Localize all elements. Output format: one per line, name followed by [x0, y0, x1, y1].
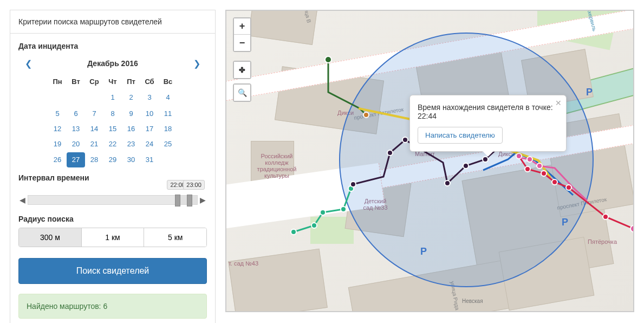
- calendar-day[interactable]: 15: [103, 121, 122, 136]
- calendar-day[interactable]: 20: [67, 136, 85, 151]
- slider-track[interactable]: 22:00 23:00: [28, 195, 198, 205]
- calendar-day[interactable]: 8: [103, 106, 122, 121]
- calendar-day[interactable]: 23: [122, 136, 140, 151]
- calendar-dow: Вс: [159, 74, 177, 89]
- calendar-day[interactable]: 6: [67, 106, 85, 121]
- slider-handle-from[interactable]: 22:00: [175, 195, 180, 206]
- zoom-control: + −: [233, 17, 251, 52]
- calendar-day[interactable]: 4: [159, 90, 177, 105]
- zoom-in-button[interactable]: +: [234, 18, 250, 35]
- witness-popup: ✕ Время нахождения свидетеля в точке: 22…: [409, 95, 567, 152]
- calendar-day[interactable]: 11: [159, 106, 177, 121]
- calendar-dow: Чт: [103, 74, 122, 89]
- radius-group: 300 м1 км5 км: [18, 228, 207, 247]
- svg-point-21: [630, 225, 633, 232]
- contact-witness-button[interactable]: Написать свидетелю: [418, 127, 503, 144]
- calendar-day[interactable]: 9: [122, 106, 140, 121]
- poi-label: т. сад №43: [229, 260, 258, 267]
- calendar-day[interactable]: 1: [103, 90, 122, 105]
- calendar-dow: Ср: [85, 74, 103, 89]
- street-label: Невская: [462, 298, 483, 304]
- radius-label: Радиус поиска: [18, 215, 207, 223]
- calendar-day[interactable]: 7: [85, 106, 103, 121]
- calendar-dow: Сб: [140, 74, 159, 89]
- zoom-out-button[interactable]: −: [234, 35, 250, 51]
- slider-next-button[interactable]: ▶: [199, 196, 207, 204]
- calendar-day[interactable]: 17: [140, 121, 159, 136]
- calendar-day[interactable]: 18: [159, 121, 177, 136]
- radius-option[interactable]: 5 км: [144, 228, 206, 247]
- search-criteria-panel: Критерии поиска маршрутов свидетелей Дат…: [10, 10, 216, 323]
- svg-point-0: [291, 229, 296, 235]
- calendar-day[interactable]: 5: [48, 106, 67, 121]
- slider-prev-button[interactable]: ◀: [18, 196, 27, 204]
- calendar-month: Декабрь 2016: [87, 59, 138, 68]
- map-building: [228, 249, 328, 312]
- poi-label: Российский колледж традиционной культуры: [252, 153, 301, 179]
- calendar-day[interactable]: 16: [122, 121, 140, 136]
- slider-handle-to[interactable]: 23:00: [187, 195, 192, 206]
- svg-point-5: [325, 56, 331, 63]
- map[interactable]: проспект Пятилеток проспект Пятилеток Ул…: [225, 10, 634, 312]
- calendar-day[interactable]: 26: [48, 152, 67, 167]
- result-alert: Найдено маршрутов: 6: [18, 294, 207, 319]
- time-range-slider[interactable]: ◀ 22:00 23:00 ▶: [18, 195, 207, 205]
- calendar-day[interactable]: 24: [140, 136, 159, 151]
- panel-title: Критерии поиска маршрутов свидетелей: [10, 10, 215, 34]
- calendar-day[interactable]: 10: [140, 106, 159, 121]
- radius-option[interactable]: 300 м: [19, 228, 81, 247]
- calendar-dow: Вт: [67, 74, 85, 89]
- calendar-day[interactable]: 22: [103, 136, 122, 151]
- calendar-day[interactable]: 28: [85, 152, 103, 167]
- search-button[interactable]: Поиск свидетелей: [18, 258, 207, 284]
- calendar-day[interactable]: 14: [85, 121, 103, 136]
- calendar-day[interactable]: 2: [122, 90, 140, 105]
- calendar-day[interactable]: 30: [122, 152, 140, 167]
- search-radius-circle: [339, 33, 594, 287]
- poi-label: Пятёрочка: [588, 238, 617, 245]
- calendar: ПнВтСрЧтПтСбВс12345678910111213141516171…: [48, 74, 177, 168]
- radius-option[interactable]: 1 км: [81, 228, 144, 247]
- calendar-day[interactable]: 27: [67, 152, 85, 167]
- pan-control: ✤: [233, 61, 251, 79]
- calendar-header: ❮ Декабрь 2016 ❯: [18, 55, 207, 72]
- calendar-day[interactable]: 25: [159, 136, 177, 151]
- search-control: 🔍: [233, 83, 251, 102]
- popup-text: Время нахождения свидетеля в точке: 22:4…: [418, 103, 558, 120]
- prev-month-button[interactable]: ❮: [22, 57, 35, 70]
- calendar-day[interactable]: 19: [48, 136, 67, 151]
- calendar-day[interactable]: 3: [140, 90, 159, 105]
- slider-value-to: 23:00: [183, 180, 205, 190]
- calendar-day[interactable]: 21: [85, 136, 103, 151]
- calendar-dow: Пт: [122, 74, 140, 89]
- calendar-day[interactable]: 29: [103, 152, 122, 167]
- popup-close-button[interactable]: ✕: [555, 99, 562, 107]
- calendar-day[interactable]: 13: [67, 121, 85, 136]
- calendar-day[interactable]: 31: [140, 152, 159, 167]
- date-label: Дата инцидента: [18, 42, 207, 50]
- parking-icon: P: [586, 87, 593, 98]
- map-search-button[interactable]: 🔍: [234, 85, 250, 101]
- pan-button[interactable]: ✤: [234, 62, 250, 78]
- next-month-button[interactable]: ❯: [191, 57, 204, 70]
- calendar-day[interactable]: 12: [48, 121, 67, 136]
- calendar-dow: Пн: [48, 74, 67, 89]
